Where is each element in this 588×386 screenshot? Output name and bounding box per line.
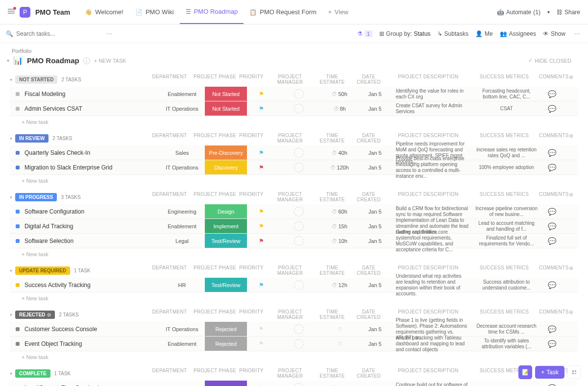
cell-department[interactable]: Enablement	[159, 91, 205, 97]
filter-button[interactable]: ⚗1	[357, 30, 372, 37]
cell-comments[interactable]: 💬	[540, 90, 564, 98]
col-header[interactable]: DEPARTMENT	[146, 74, 193, 85]
cell-priority[interactable]: ⚑	[247, 238, 275, 244]
cell-department[interactable]: Enablement	[159, 223, 205, 229]
col-header[interactable]: COMMENTS	[539, 133, 564, 144]
cell-estimate[interactable]: ⏱12h	[322, 282, 357, 288]
col-header[interactable]: PROJECT PHASE	[193, 265, 237, 276]
group-by-button[interactable]: ⊞Group by: Status	[379, 30, 431, 37]
add-column-button[interactable]: ⊕	[564, 74, 578, 85]
menu-icon[interactable]	[8, 8, 15, 16]
col-header[interactable]: TIME ESTIMATE	[314, 74, 350, 85]
cell-date-created[interactable]: Jan 5	[357, 165, 393, 170]
task-status-bullet[interactable]	[16, 283, 20, 287]
task-row[interactable]: Admin Services CSAT IT Operations Not St…	[10, 101, 578, 116]
col-header[interactable]: PROJECT DESCRIPTION	[387, 192, 469, 202]
cell-project-manager[interactable]	[275, 89, 322, 99]
task-row[interactable]: Fiscal Modeling Enablement Not Started ⚑…	[10, 87, 578, 101]
cell-comments[interactable]: 💬	[540, 281, 564, 289]
cell-estimate[interactable]: ⏱50h	[322, 91, 357, 97]
cell-metrics[interactable]: To identify with sales attribution varia…	[473, 338, 540, 350]
tab-welcome[interactable]: 👋Welcome!	[79, 0, 129, 24]
col-header[interactable]: PRIORITY	[237, 192, 266, 202]
cell-description[interactable]: ATL BTL tracking with Tableau dashboard …	[393, 335, 473, 353]
col-header[interactable]: PROJECT PHASE	[193, 368, 237, 379]
col-header[interactable]: PRIORITY	[237, 309, 266, 320]
col-header[interactable]: PROJECT PHASE	[193, 309, 237, 320]
chevron-down-icon[interactable]: ▾	[10, 136, 12, 141]
task-status-bullet[interactable]	[16, 92, 20, 96]
cell-date-created[interactable]: Jan 5	[357, 223, 393, 229]
col-header[interactable]: PROJECT DESCRIPTION	[387, 74, 469, 85]
cell-estimate[interactable]: ⏱10h	[322, 238, 357, 244]
task-name[interactable]: Software Configuration	[24, 208, 159, 215]
add-column-button[interactable]: ⊕	[564, 133, 578, 144]
cell-description[interactable]: Continue build out for software of the l…	[393, 382, 473, 386]
col-header[interactable]: PRIORITY	[237, 133, 266, 144]
col-header[interactable]: PRIORITY	[237, 265, 266, 276]
cell-priority[interactable]: ⚑	[247, 105, 275, 112]
cell-date-created[interactable]: Jan 5	[357, 326, 393, 332]
info-icon[interactable]: i	[83, 57, 90, 64]
cell-estimate[interactable]: ⏱120h	[322, 165, 357, 170]
chevron-down-icon[interactable]: ▾	[10, 77, 12, 82]
cell-description[interactable]: Gather and finalize core system/tool req…	[393, 229, 473, 253]
new-task-row[interactable]: + New task	[10, 351, 578, 363]
task-name[interactable]: Admin Services CSAT	[24, 105, 159, 112]
col-header[interactable]: SUCCESS METRICS	[469, 133, 539, 144]
cell-phase[interactable]: Rejected	[205, 322, 247, 336]
cell-date-created[interactable]: Jan 5	[357, 150, 393, 156]
cell-comments[interactable]: 💬	[540, 164, 564, 171]
cell-project-manager[interactable]	[275, 280, 322, 290]
subtasks-button[interactable]: ↳Subtasks	[438, 30, 468, 37]
cell-date-created[interactable]: Jan 5	[357, 238, 393, 244]
automate-button[interactable]: 🤖 Automate (1)	[497, 9, 540, 16]
col-header[interactable]: DATE CREATED	[350, 74, 387, 85]
col-header[interactable]: COMMENTS	[539, 265, 564, 276]
cell-metrics[interactable]: 100% employee adoption	[473, 165, 540, 170]
col-header[interactable]: DEPARTMENT	[146, 368, 193, 379]
col-header[interactable]: DEPARTMENT	[146, 265, 193, 276]
cell-comments[interactable]: 💬	[540, 340, 564, 348]
cell-priority[interactable]: ⚑	[247, 149, 275, 156]
cell-metrics[interactable]: Increase pipeline conversion of new busi…	[473, 206, 540, 217]
col-header[interactable]: DATE CREATED	[350, 192, 387, 202]
cell-estimate[interactable]: ⏱15h	[322, 223, 357, 229]
apps-button[interactable]	[567, 365, 581, 379]
team-avatar[interactable]: P	[20, 7, 30, 18]
col-header[interactable]: PROJECT MANAGER	[266, 265, 314, 276]
cell-project-manager[interactable]	[275, 339, 322, 349]
cell-description[interactable]: Understand what rep activities are leadi…	[393, 273, 473, 297]
task-status-bullet[interactable]	[16, 166, 20, 169]
add-column-button[interactable]: ⊕	[564, 265, 578, 276]
cell-phase[interactable]: Test/Review	[205, 278, 247, 292]
cell-phase[interactable]: Pre-Discovery	[205, 145, 247, 160]
col-header[interactable]: PROJECT MANAGER	[266, 74, 314, 85]
cell-department[interactable]: IT Operations	[159, 165, 205, 170]
col-header[interactable]: DATE CREATED	[350, 265, 387, 276]
cell-phase[interactable]: Rejected	[205, 337, 247, 351]
col-header[interactable]: PROJECT PHASE	[193, 192, 237, 202]
add-column-button[interactable]: ⊕	[564, 309, 578, 320]
col-header[interactable]: COMMENTS	[539, 192, 564, 202]
task-status-bullet[interactable]	[16, 239, 20, 243]
cell-estimate[interactable]: ⏱40h	[322, 150, 357, 156]
status-pill[interactable]: UPDATE REQUIRED	[15, 266, 70, 275]
cell-priority[interactable]: ⚑	[247, 164, 275, 171]
task-row[interactable]: Software Selection Legal Test/Review ⚑ ⏱…	[10, 234, 578, 248]
task-name[interactable]: Software Selection	[24, 238, 159, 244]
toolbar-more[interactable]: ⋯	[572, 30, 582, 37]
cell-date-created[interactable]: Jan 5	[357, 282, 393, 288]
cell-estimate[interactable]: ⏱	[322, 341, 357, 347]
col-header[interactable]: DATE CREATED	[350, 368, 387, 379]
task-row[interactable]: Quarterly Sales Check-In Sales Pre-Disco…	[10, 145, 578, 160]
tab-request[interactable]: 📋PMO Request Form	[244, 0, 322, 24]
col-header[interactable]: PROJECT PHASE	[193, 74, 237, 85]
task-name[interactable]: Event Object Tracking	[24, 340, 159, 347]
col-header[interactable]: SUCCESS METRICS	[469, 309, 539, 320]
cell-estimate[interactable]: ⏱	[322, 326, 357, 332]
assignees-button[interactable]: 👥Assignees	[500, 30, 536, 37]
cell-comments[interactable]: 💬	[540, 105, 564, 113]
col-header[interactable]: PROJECT DESCRIPTION	[387, 368, 469, 379]
col-header[interactable]: SUCCESS METRICS	[469, 265, 539, 276]
